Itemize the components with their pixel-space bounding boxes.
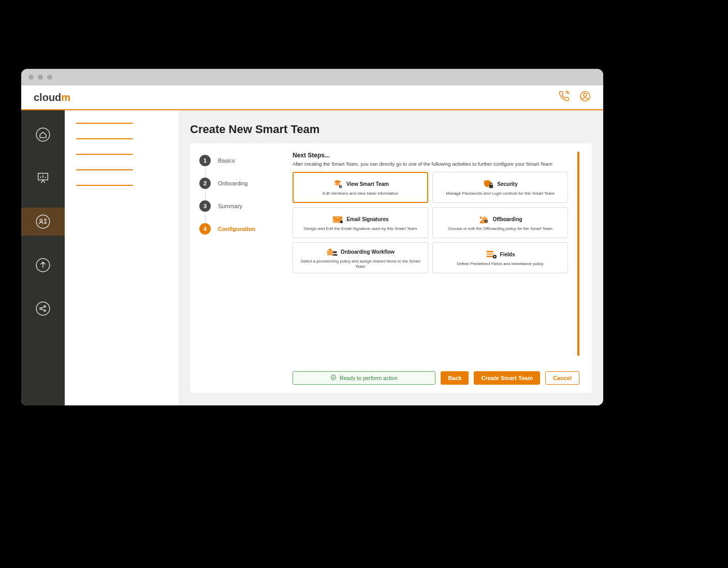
tile-desc: Manage Passwords and Login controls for … — [446, 191, 554, 196]
window-dot[interactable] — [47, 75, 52, 80]
svg-point-4 — [36, 215, 50, 228]
step-number: 2 — [199, 178, 211, 189]
nav-teams[interactable] — [21, 208, 65, 236]
nav-presentation[interactable] — [21, 164, 65, 192]
left-nav — [21, 110, 65, 405]
tile-view-smart-team[interactable]: View Smart Team Edit members and view ba… — [293, 172, 428, 203]
app-shell: cloudm — [21, 85, 603, 405]
top-bar: cloudm — [21, 85, 603, 110]
step-label: Basics — [218, 157, 235, 164]
step-number: 1 — [199, 155, 211, 166]
shield-lock-icon — [483, 179, 494, 190]
tile-desc: Define Predefined Fields and inheritance… — [457, 261, 543, 267]
logo-text-a: cloud — [34, 92, 61, 103]
window-titlebar — [21, 69, 603, 85]
step-number: 3 — [199, 200, 211, 212]
step-summary[interactable]: 3 Summary — [199, 200, 279, 212]
content-card: 1 Basics 2 Onboarding 3 Summary 4 — [190, 143, 592, 393]
svg-rect-27 — [486, 256, 493, 257]
nav-share[interactable] — [21, 295, 65, 323]
svg-rect-22 — [329, 249, 331, 250]
tile-offboarding[interactable]: Offboarding Choose or edit the Offboardi… — [432, 207, 568, 238]
tile-fields[interactable]: Fields Define Predefined Fields and inhe… — [432, 242, 568, 273]
svg-rect-15 — [489, 185, 493, 188]
svg-point-11 — [44, 305, 46, 307]
phone-icon[interactable] — [559, 91, 570, 104]
side-placeholder-line — [76, 123, 133, 124]
tile-title: Email Signatures — [346, 216, 388, 222]
page-title: Create New Smart Team — [190, 123, 592, 136]
layers-icon — [332, 179, 343, 190]
tile-desc: Edit members and view basic information — [323, 191, 398, 196]
svg-point-5 — [40, 219, 42, 222]
svg-point-1 — [584, 93, 587, 96]
svg-rect-26 — [486, 253, 493, 255]
step-label: Onboarding — [218, 180, 248, 186]
step-basics[interactable]: 1 Basics — [199, 155, 279, 166]
wizard-stepper: 1 Basics 2 Onboarding 3 Summary 4 — [190, 143, 288, 393]
side-placeholder-line — [76, 185, 133, 186]
svg-point-17 — [340, 221, 343, 224]
svg-point-24 — [334, 251, 337, 253]
side-placeholder-line — [76, 154, 133, 155]
back-button[interactable]: Back — [441, 371, 469, 385]
user-icon[interactable] — [579, 91, 591, 104]
tile-email-signatures[interactable]: Email Signatures Design and Edit the Ema… — [293, 207, 428, 238]
tile-onboarding-workflow[interactable]: Onboarding Workflow Select a provisionin… — [293, 242, 428, 273]
step-label: Summary — [218, 203, 242, 209]
window-dot[interactable] — [28, 75, 34, 80]
svg-point-30 — [331, 375, 336, 380]
svg-rect-25 — [486, 251, 493, 252]
step-label: Configuration — [218, 226, 255, 232]
logo-text-b: m — [61, 92, 70, 103]
next-steps-title: Next Steps... — [293, 152, 568, 159]
step-number: 4 — [199, 223, 211, 235]
side-placeholder-line — [76, 169, 133, 170]
svg-rect-21 — [327, 251, 333, 255]
svg-point-7 — [45, 222, 46, 224]
exit-person-icon — [478, 214, 489, 225]
svg-point-6 — [45, 219, 46, 221]
svg-point-14 — [340, 186, 341, 187]
next-steps-subtitle: After creating the Smart Team, you can d… — [293, 161, 568, 167]
envelope-icon — [332, 214, 343, 225]
svg-point-2 — [36, 128, 50, 141]
side-panel — [65, 110, 179, 405]
step-configuration[interactable]: 4 Configuration — [199, 223, 279, 235]
app-window: cloudm — [21, 69, 603, 405]
brand-logo: cloudm — [34, 92, 70, 104]
nav-home[interactable] — [21, 121, 65, 149]
wizard-footer: Ready to perform action Back Create Smar… — [293, 356, 579, 385]
step-onboarding[interactable]: 2 Onboarding — [199, 178, 279, 189]
tile-desc: Select a provisioning policy and assign … — [296, 259, 425, 269]
main-area: Create New Smart Team 1 Basics 2 Onboard… — [179, 110, 603, 405]
tile-title: Security — [497, 181, 517, 187]
svg-point-10 — [40, 308, 41, 309]
briefcase-people-icon — [326, 247, 338, 257]
tile-desc: Choose or edit the Offboarding policy fo… — [448, 226, 552, 231]
tile-title: View Smart Team — [346, 181, 389, 187]
svg-point-29 — [494, 256, 496, 257]
tile-desc: Design and Edit the Email Signature used… — [304, 226, 417, 231]
svg-point-9 — [36, 302, 50, 315]
check-circle-icon — [330, 374, 337, 382]
svg-rect-20 — [484, 221, 488, 222]
tile-title: Fields — [500, 252, 515, 257]
nav-upload[interactable] — [21, 251, 65, 279]
status-text: Ready to perform action — [340, 375, 398, 381]
cancel-button[interactable]: Cancel — [545, 371, 579, 385]
side-placeholder-line — [76, 138, 133, 139]
tile-security[interactable]: Security Manage Passwords and Login cont… — [432, 172, 568, 203]
svg-rect-19 — [484, 220, 488, 221]
svg-point-12 — [44, 310, 46, 311]
tile-title: Onboarding Workflow — [341, 249, 395, 255]
configuration-panel: Next Steps... After creating the Smart T… — [288, 143, 592, 393]
status-banner: Ready to perform action — [293, 371, 435, 385]
list-gear-icon — [486, 250, 497, 260]
svg-point-18 — [480, 216, 482, 219]
tile-title: Offboarding — [492, 216, 522, 222]
create-smart-team-button[interactable]: Create Smart Team — [474, 371, 540, 385]
window-dot[interactable] — [38, 75, 43, 80]
